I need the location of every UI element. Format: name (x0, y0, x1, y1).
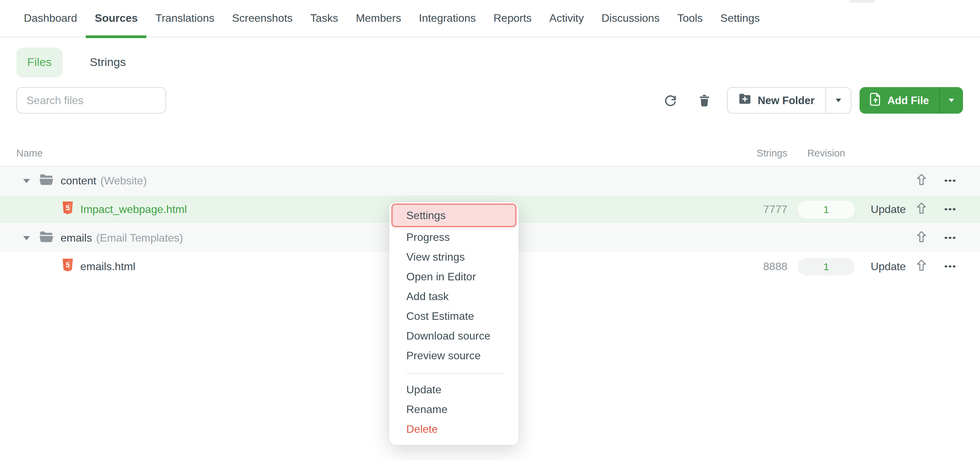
table-row-folder-content[interactable]: content (Website) (0, 167, 980, 195)
refresh-icon[interactable] (663, 93, 678, 108)
nav-discussions[interactable]: Discussions (593, 0, 669, 37)
menu-item-rename[interactable]: Rename (389, 400, 519, 419)
add-file-icon (870, 92, 881, 108)
collapse-caret-icon[interactable] (22, 236, 30, 240)
add-file-label: Add File (888, 94, 929, 107)
new-folder-button[interactable]: New Folder (728, 88, 826, 113)
ellipsis-icon[interactable] (945, 179, 956, 182)
column-header-name: Name (0, 147, 717, 158)
ellipsis-icon[interactable] (945, 208, 956, 210)
revision-badge[interactable]: 1 (798, 258, 855, 275)
new-folder-dropdown[interactable] (826, 88, 851, 113)
trash-icon[interactable] (697, 93, 712, 108)
new-folder-split-button: New Folder (727, 87, 851, 114)
search-input[interactable] (16, 87, 166, 114)
folder-icon (39, 173, 54, 188)
nav-reports[interactable]: Reports (485, 0, 540, 37)
nav-integrations[interactable]: Integrations (410, 0, 485, 37)
menu-item-preview-source[interactable]: Preview source (389, 346, 519, 365)
folder-name[interactable]: content (60, 175, 96, 187)
menu-item-progress[interactable]: Progress (389, 227, 519, 247)
folder-name[interactable]: emails (60, 232, 92, 244)
table-header: Name Strings Revision (0, 140, 980, 166)
nav-tasks[interactable]: Tasks (301, 0, 347, 37)
column-header-revision: Revision (788, 147, 865, 158)
upload-arrow-icon[interactable] (915, 201, 928, 217)
nav-settings[interactable]: Settings (711, 0, 769, 37)
nav-sources[interactable]: Sources (86, 0, 147, 37)
update-link[interactable]: Update (871, 203, 906, 215)
add-file-split-button: Add File (859, 87, 963, 114)
file-context-menu: Settings Progress View strings Open in E… (389, 202, 519, 445)
chevron-down-icon (836, 99, 841, 102)
menu-item-cost-estimate[interactable]: Cost Estimate (389, 306, 519, 326)
svg-text:5: 5 (66, 204, 70, 212)
revision-badge[interactable]: 1 (798, 201, 855, 218)
file-name-link[interactable]: emails.html (80, 260, 135, 272)
menu-item-delete[interactable]: Delete (389, 419, 519, 439)
svg-text:5: 5 (66, 261, 70, 269)
menu-divider (406, 373, 504, 374)
menu-item-download-source[interactable]: Download source (389, 326, 519, 346)
chevron-down-icon (949, 99, 954, 102)
nav-tools[interactable]: Tools (668, 0, 711, 37)
view-switch: Files Strings (16, 48, 137, 78)
files-toolbar: New Folder Add (16, 87, 963, 114)
upload-arrow-icon[interactable] (915, 230, 928, 246)
ellipsis-icon[interactable] (945, 236, 956, 239)
upload-arrow-icon[interactable] (915, 258, 928, 275)
folder-icon (39, 230, 54, 245)
folder-annotation: (Website) (100, 175, 147, 187)
nav-activity[interactable]: Activity (540, 0, 592, 37)
menu-item-add-task[interactable]: Add task (389, 287, 519, 306)
strings-count: 7777 (717, 203, 788, 215)
collapse-caret-icon[interactable] (22, 178, 30, 183)
add-file-dropdown[interactable] (939, 87, 963, 114)
toolbar-actions: New Folder Add (663, 87, 963, 114)
new-folder-label: New Folder (758, 94, 815, 107)
upload-arrow-icon[interactable] (915, 172, 928, 189)
nav-screenshots[interactable]: Screenshots (223, 0, 301, 37)
nav-members[interactable]: Members (347, 0, 410, 37)
update-link[interactable]: Update (871, 260, 906, 272)
menu-item-settings[interactable]: Settings (391, 204, 517, 227)
ellipsis-icon[interactable] (945, 265, 956, 267)
html5-file-icon: 5 (62, 258, 73, 275)
html5-file-icon: 5 (62, 201, 73, 217)
tab-strings[interactable]: Strings (79, 48, 137, 78)
project-nav: Dashboard Sources Translations Screensho… (0, 0, 980, 37)
folder-annotation: (Email Templates) (96, 232, 183, 244)
menu-item-view-strings[interactable]: View strings (389, 247, 519, 267)
sources-page: Dashboard Sources Translations Screensho… (0, 0, 980, 460)
menu-item-open-in-editor[interactable]: Open in Editor (389, 267, 519, 287)
tab-files[interactable]: Files (16, 48, 63, 78)
nav-dashboard[interactable]: Dashboard (15, 0, 86, 37)
file-name-link[interactable]: Impact_webpage.html (80, 203, 187, 215)
column-header-strings: Strings (717, 147, 788, 158)
menu-item-update[interactable]: Update (389, 380, 519, 400)
add-file-button[interactable]: Add File (859, 87, 939, 114)
strings-count: 8888 (717, 260, 788, 272)
nav-translations[interactable]: Translations (147, 0, 223, 37)
new-folder-icon (739, 93, 752, 108)
